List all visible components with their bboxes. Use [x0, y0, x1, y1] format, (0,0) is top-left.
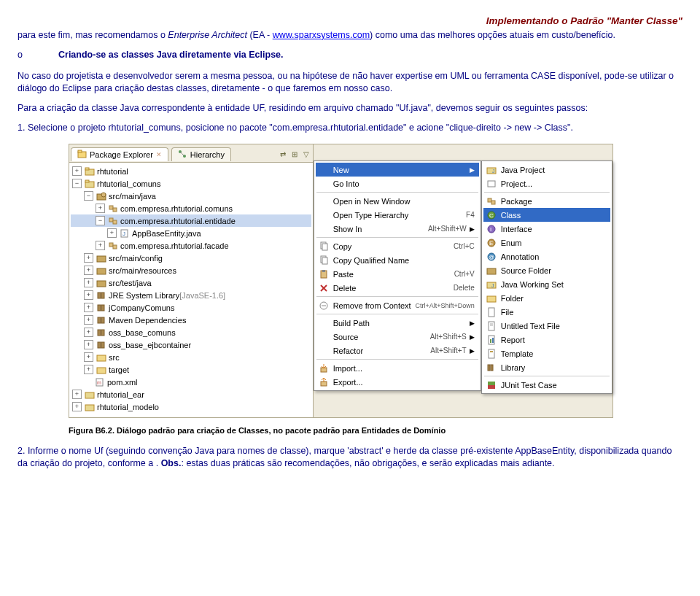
tree-node-oss-base-ejb[interactable]: +oss_base_ejbcontainer: [71, 338, 311, 351]
svg-rect-31: [101, 342, 104, 348]
bullet-text: Criando-se as classes Java diretamente v…: [58, 49, 284, 61]
tree-node-appbaseentity[interactable]: +JAppBaseEntity.java: [71, 227, 311, 239]
sub-java-project[interactable]: JJava Project: [483, 163, 610, 177]
menu-icon[interactable]: ▽: [301, 149, 311, 159]
svg-text:J: J: [122, 231, 125, 237]
menu-copy-qualified[interactable]: Copy Qualified Name: [316, 253, 479, 267]
submenu-arrow-icon: ▶: [470, 225, 475, 233]
bullet-marker: o: [18, 49, 58, 61]
sub-template[interactable]: Template: [483, 347, 610, 360]
menu-go-into[interactable]: Go Into: [316, 177, 479, 190]
link-icon[interactable]: ⊞: [289, 149, 300, 159]
tree-node-pkg-comuns[interactable]: +com.empresa.rhtutorial.comuns: [71, 202, 311, 214]
project-icon: [486, 178, 497, 190]
menu-build-path[interactable]: Build Path▶: [316, 316, 479, 330]
svg-rect-25: [101, 305, 104, 311]
sub-untitled-text[interactable]: Untitled Text File: [483, 319, 610, 333]
menu-open-new-window[interactable]: Open in New Window: [316, 194, 479, 208]
tree-node-src-main-java[interactable]: −src/main/java: [71, 190, 311, 202]
svg-text:I: I: [490, 226, 491, 233]
paragraph-5: 2. Informe o nome Uf (seguindo convenção…: [18, 445, 682, 470]
menu-open-type-hierarchy[interactable]: Open Type HierarchyF4: [316, 208, 479, 222]
svg-rect-11: [109, 206, 113, 209]
package-explorer-icon: [77, 150, 87, 159]
menu-show-in[interactable]: Show InAlt+Shift+W▶: [316, 222, 479, 236]
annotation-icon: @: [486, 251, 497, 263]
tree-node-pkg-facade[interactable]: +com.empresa.rhtutorial.facade: [71, 239, 311, 252]
svg-rect-54: [491, 201, 495, 204]
tree-node-rhtutorial-comuns[interactable]: −rhtutorial_comuns: [71, 177, 311, 190]
sub-file[interactable]: File: [483, 305, 610, 319]
svg-rect-53: [488, 198, 491, 202]
menu-export[interactable]: Export...: [316, 375, 479, 389]
tree-node-jcompany[interactable]: +jCompanyComuns: [71, 301, 311, 314]
sub-library[interactable]: Library: [483, 360, 610, 374]
menu-copy[interactable]: CopyCtrl+C: [316, 239, 479, 253]
svg-rect-18: [113, 245, 117, 249]
svg-rect-68: [489, 322, 494, 330]
svg-text:E: E: [489, 240, 493, 247]
sub-working-set[interactable]: JJava Working Set: [483, 277, 610, 291]
menu-import[interactable]: Import...: [316, 361, 479, 375]
svg-rect-29: [101, 330, 104, 336]
tree-node-pom[interactable]: mpom.xml: [71, 376, 311, 388]
menu-remove-context[interactable]: Remove from ContextCtrl+Alt+Shift+Down: [316, 298, 479, 312]
svg-rect-23: [101, 293, 104, 298]
menu-paste[interactable]: PasteCtrl+V: [316, 267, 479, 281]
enum-icon: E: [486, 237, 497, 249]
tree-node-maven-deps[interactable]: +Maven Dependencies: [71, 314, 311, 326]
sparxsystems-link[interactable]: www.sparxsystems.com: [273, 30, 370, 40]
menu-source[interactable]: SourceAlt+Shift+S▶: [316, 330, 479, 344]
tree-node-rhtutorial-modelo[interactable]: +rhtutorial_modelo: [71, 400, 311, 413]
svg-rect-19: [97, 256, 106, 262]
tab-package-explorer[interactable]: Package Explorer ✕: [71, 147, 168, 162]
menu-refactor[interactable]: RefactorAlt+Shift+T▶: [316, 344, 479, 357]
report-icon: [486, 334, 497, 346]
svg-rect-37: [85, 405, 94, 411]
svg-rect-67: [489, 308, 494, 317]
collapse-icon[interactable]: ⇄: [278, 149, 288, 159]
sub-interface[interactable]: IInterface: [483, 222, 610, 236]
tab-hierarchy[interactable]: Hierarchy: [171, 147, 231, 162]
sub-enum[interactable]: EEnum: [483, 236, 610, 249]
intro-paragraph: para este fim, mas recomendamos o Enterp…: [18, 29, 682, 42]
paragraph-2: No caso do projetista e desenvolvedor se…: [18, 70, 682, 95]
sub-report[interactable]: Report: [483, 333, 610, 347]
template-icon: [486, 348, 497, 360]
text-file-icon: [486, 320, 497, 332]
tree-node-oss-base-comuns[interactable]: +oss_base_comuns: [71, 326, 311, 338]
menu-delete[interactable]: DeleteDelete: [316, 281, 479, 295]
tab-explorer-label: Package Explorer: [90, 150, 153, 160]
tree-node-jre[interactable]: +JRE System Library [JavaSE-1.6]: [71, 289, 311, 301]
sub-class[interactable]: CClass: [483, 208, 610, 222]
tree-node-src-main-resources[interactable]: +src/main/resources: [71, 264, 311, 276]
tree-node-src-test-java[interactable]: +src/test/java: [71, 276, 311, 289]
tree-node-src-main-config[interactable]: +src/main/config: [71, 252, 311, 264]
new-submenu: JJava Project Project... Package CClass …: [481, 160, 612, 394]
p5-obs: Obs.: [161, 458, 182, 468]
submenu-arrow-icon: ▶: [470, 333, 475, 341]
java-project-icon: J: [486, 164, 497, 176]
svg-text:J: J: [492, 169, 495, 174]
sub-folder[interactable]: Folder: [483, 291, 610, 305]
menu-separator: [316, 314, 478, 314]
sub-project[interactable]: Project...: [483, 177, 610, 190]
svg-rect-77: [491, 365, 493, 371]
sub-package[interactable]: Package: [483, 194, 610, 208]
menu-new[interactable]: New▶: [316, 163, 479, 177]
tree-node-rhtutorial[interactable]: +rhtutorial: [71, 165, 311, 177]
intro-tool: Enterprise Architect: [168, 30, 247, 40]
tree-node-src-folder[interactable]: +src: [71, 351, 311, 363]
class-icon: C: [486, 209, 497, 221]
tree-node-pkg-entidade[interactable]: −com.empresa.rhtutorial.entidade: [71, 214, 311, 227]
sub-annotation[interactable]: @Annotation: [483, 249, 610, 263]
svg-rect-12: [113, 208, 117, 212]
figure-eclipse-screenshot: Package Explorer ✕ Hierarchy ⇄ ⊞ ▽ +rhtu…: [69, 144, 682, 418]
sub-source-folder[interactable]: Source Folder: [483, 263, 610, 277]
tree-node-rhtutorial-ear[interactable]: +rhtutorial_ear: [71, 388, 311, 400]
svg-rect-24: [98, 305, 101, 311]
tree-node-target-folder[interactable]: +target: [71, 363, 311, 376]
library-icon: [486, 362, 497, 374]
sub-junit[interactable]: JUnit Test Case: [483, 378, 610, 392]
tab-hierarchy-label: Hierarchy: [190, 150, 225, 160]
